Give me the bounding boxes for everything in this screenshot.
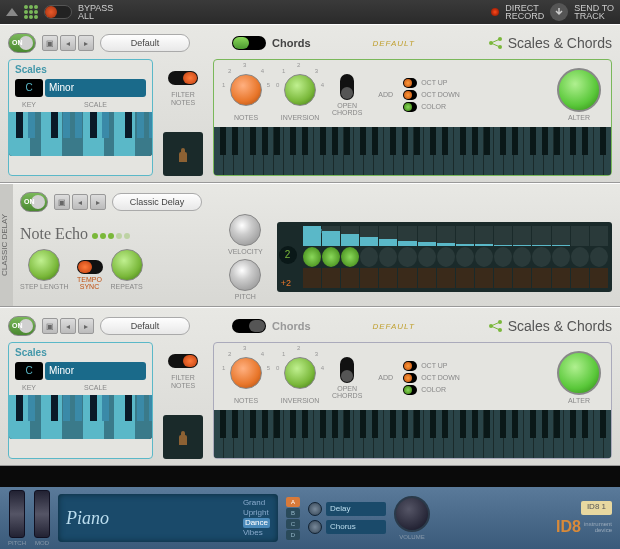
fx2-display[interactable]: Chorus — [326, 520, 386, 534]
key-label: KEY — [15, 384, 43, 391]
id8-logo: ID8 — [556, 518, 581, 536]
brand-icon — [488, 35, 504, 51]
send-to-track-button[interactable] — [550, 3, 568, 21]
oct-down-label: OCT DOWN — [421, 374, 460, 381]
tempo-sync-toggle[interactable] — [77, 260, 103, 274]
patch-name-display[interactable]: Default — [100, 317, 190, 335]
browse-folder-icon[interactable]: ▣ — [42, 35, 58, 51]
inversion-knob[interactable]: 01234 — [278, 351, 322, 395]
patch-prev-icon[interactable]: ◂ — [60, 35, 76, 51]
patch-next-icon[interactable]: ▸ — [78, 35, 94, 51]
open-chords-toggle[interactable] — [340, 357, 354, 383]
scales-section: Scales C Minor KEYSCALE — [8, 59, 153, 176]
tempo-sync-label: TEMPO SYNC — [77, 276, 102, 290]
id8-subtitle: instrument device — [584, 521, 612, 533]
filter-notes-toggle[interactable] — [168, 354, 198, 368]
id8-patch-name[interactable]: ID8 1 — [581, 501, 612, 515]
patch-next-icon[interactable]: ▸ — [90, 194, 106, 210]
pitch-wheel-label: PITCH — [8, 540, 26, 546]
open-chords-label: OPEN CHORDS — [332, 385, 362, 399]
fx1-knob[interactable] — [308, 502, 322, 516]
repeats-knob[interactable] — [111, 249, 143, 281]
key-display[interactable]: C — [15, 79, 43, 97]
browse-folder-icon[interactable]: ▣ — [54, 194, 70, 210]
scales-title: Scales — [15, 64, 146, 75]
notes-knob[interactable]: 12345 — [224, 351, 268, 395]
power-toggle[interactable] — [20, 192, 48, 212]
oct-up-label: OCT UP — [421, 79, 447, 86]
repeats-label: REPEATS — [111, 283, 143, 290]
bypass-all-toggle[interactable] — [44, 5, 72, 19]
filter-notes-toggle[interactable] — [168, 71, 198, 85]
scales-section: Scales C Minor KEYSCALE — [8, 342, 153, 459]
slot-A[interactable]: A — [286, 497, 300, 507]
chords-section: 12345 NOTES 01234 INVERSION — [213, 342, 612, 459]
fx2-knob[interactable] — [308, 520, 322, 534]
mod-wheel-label: MOD — [35, 540, 49, 546]
slot-D[interactable]: D — [286, 530, 300, 540]
volume-knob[interactable] — [394, 496, 430, 532]
patch-browse: ▣ ◂ ▸ — [42, 318, 94, 334]
color-label: COLOR — [421, 386, 446, 393]
device-brand: Scales & Chords — [488, 318, 612, 334]
scale-display[interactable]: Minor — [45, 362, 146, 380]
power-toggle[interactable] — [8, 316, 36, 336]
oct-up-label: OCT UP — [421, 362, 447, 369]
color-toggle[interactable] — [403, 102, 417, 112]
alter-label: ALTER — [568, 397, 590, 404]
inversion-label: INVERSION — [281, 397, 320, 404]
nine-dot-icon[interactable] — [24, 5, 38, 19]
browse-folder-icon[interactable]: ▣ — [42, 318, 58, 334]
notes-knob[interactable]: 12345 — [224, 68, 268, 112]
key-display[interactable]: C — [15, 362, 43, 380]
id8-display[interactable]: Piano GrandUprightDanceVibes — [58, 494, 278, 542]
alter-knob[interactable] — [557, 68, 601, 112]
add-label: ADD — [378, 374, 393, 381]
patch-name-display[interactable]: Classic Delay — [112, 193, 202, 211]
notes-label: NOTES — [234, 114, 258, 121]
preset-list: GrandUprightDanceVibes — [243, 498, 270, 538]
power-toggle[interactable] — [8, 33, 36, 53]
oct-up-toggle[interactable] — [403, 361, 417, 371]
patch-prev-icon[interactable]: ◂ — [60, 318, 76, 334]
brand-icon — [488, 318, 504, 334]
chord-keyboard-display — [214, 127, 611, 175]
scales-chords-device-1: ▣ ◂ ▸ Default Chords DEFAULT Scales & Ch… — [0, 24, 620, 183]
alter-knob[interactable] — [557, 351, 601, 395]
fx1-display[interactable]: Delay — [326, 502, 386, 516]
scale-display[interactable]: Minor — [45, 79, 146, 97]
slot-B[interactable]: B — [286, 508, 300, 518]
patch-browse: ▣ ◂ ▸ — [54, 194, 106, 210]
pitch-wheel[interactable] — [9, 490, 25, 538]
color-toggle[interactable] — [403, 385, 417, 395]
mod-wheel[interactable] — [34, 490, 50, 538]
filter-notes-section: FILTER NOTES — [161, 342, 205, 459]
chords-enable-toggle[interactable] — [232, 319, 266, 333]
id8-device: PITCH MOD Piano GrandUprightDanceVibes A… — [0, 487, 620, 549]
open-chords-label: OPEN CHORDS — [332, 102, 362, 116]
patch-name-display[interactable]: Default — [100, 34, 190, 52]
slot-buttons: ABCD — [286, 497, 300, 540]
oct-up-toggle[interactable] — [403, 78, 417, 88]
slot-C[interactable]: C — [286, 519, 300, 529]
category-display: Piano — [66, 508, 109, 529]
inversion-knob[interactable]: 01234 — [278, 68, 322, 112]
device-brand: Note Echo — [20, 225, 220, 243]
direct-record-led[interactable] — [491, 8, 499, 16]
velocity-knob[interactable] — [229, 214, 261, 246]
chords-label: Chords — [272, 320, 311, 332]
pitch-knob[interactable] — [229, 259, 261, 291]
id8-brand: ID8 1 ID8 instrument device — [556, 500, 612, 536]
step-length-knob[interactable] — [28, 249, 60, 281]
filter-notes-label: FILTER NOTES — [171, 374, 195, 390]
chords-enable-toggle[interactable] — [232, 36, 266, 50]
side-label: CLASSIC DELAY — [0, 184, 13, 306]
oct-down-toggle[interactable] — [403, 90, 417, 100]
hand-icon — [173, 144, 193, 164]
patch-next-icon[interactable]: ▸ — [78, 318, 94, 334]
open-chords-toggle[interactable] — [340, 74, 354, 100]
expand-icon[interactable] — [6, 8, 18, 16]
filter-notes-label: FILTER NOTES — [171, 91, 195, 107]
patch-prev-icon[interactable]: ◂ — [72, 194, 88, 210]
oct-down-toggle[interactable] — [403, 373, 417, 383]
